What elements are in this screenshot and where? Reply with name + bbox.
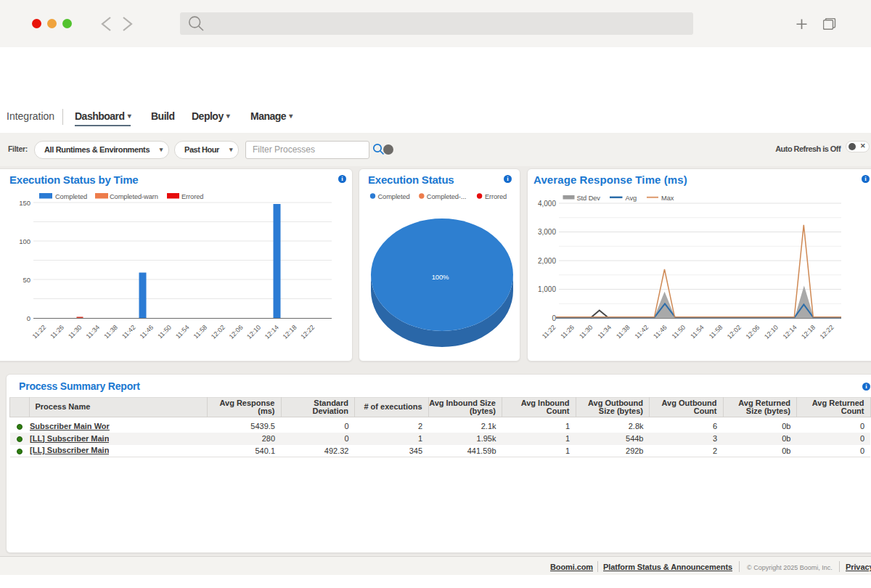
svg-text:12:18: 12:18: [800, 324, 817, 340]
svg-text:Completed: Completed: [55, 193, 87, 200]
svg-text:11:50: 11:50: [671, 324, 687, 340]
svg-text:11:34: 11:34: [85, 324, 102, 340]
svg-text:Completed: Completed: [378, 193, 410, 200]
svg-text:11:30: 11:30: [67, 324, 83, 340]
svg-text:11:26: 11:26: [559, 324, 576, 340]
svg-text:3,000: 3,000: [538, 228, 556, 236]
svg-text:12:06: 12:06: [745, 324, 761, 340]
svg-text:12:06: 12:06: [228, 324, 245, 340]
svg-text:11:34: 11:34: [597, 324, 613, 340]
svg-text:100: 100: [19, 237, 30, 245]
svg-text:11:58: 11:58: [708, 324, 724, 340]
svg-text:Completed-...: Completed-...: [427, 193, 467, 200]
svg-text:100%: 100%: [432, 273, 449, 281]
svg-text:150: 150: [19, 199, 30, 207]
svg-text:2,000: 2,000: [538, 257, 556, 265]
svg-text:11:42: 11:42: [120, 324, 137, 340]
svg-text:12:18: 12:18: [282, 324, 298, 340]
svg-text:11:54: 11:54: [174, 324, 191, 340]
svg-text:0: 0: [27, 314, 30, 322]
svg-text:11:26: 11:26: [49, 324, 65, 340]
svg-text:12:10: 12:10: [245, 324, 262, 340]
svg-text:Std Dev: Std Dev: [577, 195, 601, 202]
svg-text:11:22: 11:22: [541, 324, 557, 340]
svg-text:1,000: 1,000: [538, 285, 556, 293]
svg-text:Avg: Avg: [626, 195, 637, 202]
svg-text:12:02: 12:02: [210, 324, 226, 340]
svg-text:Completed-warn: Completed-warn: [110, 193, 158, 200]
svg-text:11:42: 11:42: [634, 324, 650, 340]
svg-text:11:50: 11:50: [156, 324, 173, 340]
svg-text:Errored: Errored: [181, 193, 203, 200]
svg-text:11:54: 11:54: [689, 324, 706, 340]
svg-text:0: 0: [552, 314, 556, 322]
svg-text:11:22: 11:22: [31, 324, 48, 340]
svg-text:11:46: 11:46: [139, 324, 155, 340]
svg-text:12:02: 12:02: [726, 324, 743, 340]
svg-text:12:10: 12:10: [763, 324, 780, 340]
svg-text:12:14: 12:14: [782, 324, 798, 340]
svg-text:12:14: 12:14: [263, 324, 280, 340]
svg-text:12:22: 12:22: [299, 324, 316, 340]
svg-text:11:38: 11:38: [615, 324, 631, 340]
svg-text:Errored: Errored: [485, 193, 507, 200]
svg-text:Max: Max: [661, 195, 674, 202]
svg-text:11:58: 11:58: [192, 324, 209, 340]
svg-text:4,000: 4,000: [538, 200, 556, 208]
svg-text:11:38: 11:38: [102, 324, 119, 340]
svg-text:11:46: 11:46: [652, 324, 668, 340]
svg-text:50: 50: [23, 276, 30, 284]
svg-text:11:30: 11:30: [578, 324, 594, 340]
svg-text:12:22: 12:22: [819, 324, 835, 340]
